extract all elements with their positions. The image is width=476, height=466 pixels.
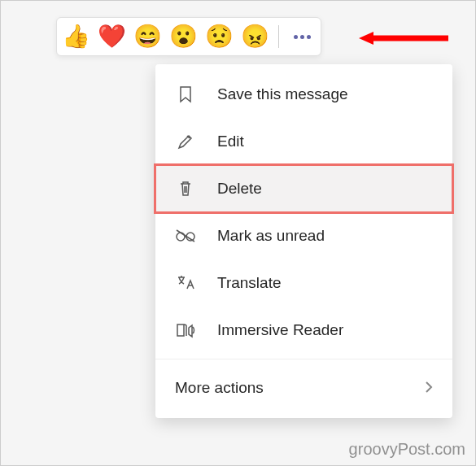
menu-item-label: Save this message	[217, 85, 348, 103]
chevron-right-icon	[425, 379, 433, 398]
svg-point-2	[177, 233, 185, 241]
reaction-angry[interactable]: 😠	[241, 25, 269, 48]
reaction-surprised[interactable]: 😮	[169, 25, 197, 48]
reaction-bar: 👍 ❤️ 😄 😮 😟 😠	[56, 17, 321, 56]
menu-separator	[155, 359, 452, 359]
menu-item-translate[interactable]: Translate	[155, 259, 452, 307]
reaction-sad[interactable]: 😟	[205, 25, 233, 48]
trash-icon	[175, 179, 196, 198]
menu-item-label: Immersive Reader	[217, 321, 343, 339]
annotation-arrow	[359, 30, 448, 46]
menu-item-delete[interactable]: Delete	[155, 165, 452, 212]
menu-item-mark-unread[interactable]: Mark as unread	[155, 212, 452, 259]
menu-item-immersive-reader[interactable]: Immersive Reader	[155, 307, 452, 354]
more-options-button[interactable]	[289, 35, 316, 39]
context-menu: Save this message Edit Delete Mark as un…	[155, 64, 452, 418]
annotation-highlight	[154, 163, 454, 214]
menu-item-edit[interactable]: Edit	[155, 118, 452, 165]
svg-marker-1	[359, 32, 373, 45]
immersive-reader-icon	[175, 321, 196, 339]
glasses-icon	[175, 229, 196, 243]
reaction-thumbs-up[interactable]: 👍	[62, 25, 90, 48]
menu-item-label: Translate	[217, 274, 282, 292]
bookmark-icon	[175, 85, 196, 104]
watermark: groovyPost.com	[349, 440, 465, 459]
menu-item-label: Edit	[217, 133, 244, 150]
reaction-laugh[interactable]: 😄	[133, 25, 161, 48]
pencil-icon	[175, 133, 196, 150]
menu-item-label: More actions	[175, 379, 264, 397]
divider	[278, 25, 279, 48]
reaction-heart[interactable]: ❤️	[98, 25, 125, 48]
menu-item-label: Mark as unread	[217, 227, 325, 245]
menu-item-label: Delete	[217, 180, 262, 198]
menu-item-more-actions[interactable]: More actions	[155, 364, 452, 412]
menu-item-save[interactable]: Save this message	[155, 71, 452, 118]
translate-icon	[175, 274, 196, 292]
